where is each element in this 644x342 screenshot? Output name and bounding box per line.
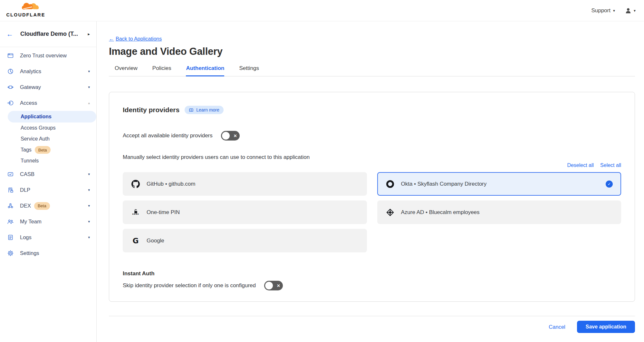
main-content: ← Back to Applications Image and Video G… (97, 21, 644, 342)
tab-policies[interactable]: Policies (152, 65, 171, 76)
tab-bar: Overview Policies Authentication Setting… (109, 65, 635, 76)
sidebar-item-service-auth[interactable]: Service Auth (0, 133, 96, 144)
beta-badge: Beta (35, 146, 51, 154)
chevron-up-icon[interactable]: ▴ (88, 101, 90, 105)
provider-name: One-time PIN (147, 209, 180, 216)
provider-name: Google (147, 238, 164, 244)
chevron-down-icon[interactable]: ▾ (88, 85, 90, 89)
sidebar-item-my-team[interactable]: My Team ▾ (0, 214, 96, 230)
sidebar-item-analytics[interactable]: Analytics ▾ (0, 64, 96, 79)
one-time-pin-icon: **** (131, 209, 140, 216)
otp-asterisks: **** (132, 214, 139, 216)
tab-settings[interactable]: Settings (239, 65, 259, 76)
page-title: Image and Video Gallery (109, 46, 635, 57)
sidebar-item-settings[interactable]: Settings (0, 245, 96, 261)
google-icon: G (131, 237, 140, 245)
chevron-down-icon[interactable]: ▾ (88, 220, 90, 224)
sidebar-item-label: My Team (20, 219, 42, 225)
azure-ad-icon (386, 208, 395, 217)
sidebar-item-tunnels[interactable]: Tunnels (0, 155, 96, 166)
chevron-down-icon[interactable]: ▾ (88, 235, 90, 239)
chevron-down-icon[interactable]: ▾ (88, 172, 90, 176)
instant-auth-label: Skip identity provider selection if only… (123, 282, 256, 289)
accept-all-toggle[interactable]: ✕ (221, 131, 240, 141)
sidebar-item-label: Settings (20, 250, 39, 256)
instant-auth-toggle[interactable]: ✕ (264, 281, 283, 290)
topbar: CLOUDFLARE Support ▾ ▾ (0, 0, 644, 21)
user-icon (625, 7, 632, 14)
provider-card-github[interactable]: GitHub • github.com (123, 172, 367, 196)
okta-icon (386, 180, 395, 188)
sidebar-subitem-label: Tunnels (21, 158, 39, 164)
overview-icon (7, 52, 14, 59)
provider-grid: GitHub • github.com Okta • Skyflash Comp… (123, 172, 621, 252)
chevron-down-icon[interactable]: ▾ (88, 69, 90, 73)
save-application-button[interactable]: Save application (577, 321, 635, 333)
provider-card-okta[interactable]: Okta • Skyflash Company Directory ✓ (377, 172, 621, 196)
sidebar-item-access[interactable]: Access ▴ (0, 95, 96, 111)
deselect-all-link[interactable]: Deselect all (567, 162, 594, 168)
tab-authentication[interactable]: Authentication (186, 65, 224, 76)
gateway-icon (7, 84, 14, 91)
sidebar-item-applications[interactable]: Applications (8, 111, 96, 122)
logs-icon (7, 234, 14, 241)
tab-overview[interactable]: Overview (115, 65, 138, 76)
identity-providers-heading: Identity providers (123, 106, 179, 114)
accept-all-label: Accept all available identity providers (123, 132, 213, 139)
cancel-button[interactable]: Cancel (549, 324, 565, 330)
dex-icon (7, 202, 14, 210)
sidebar-item-access-groups[interactable]: Access Groups (0, 122, 96, 133)
sidebar-item-dlp[interactable]: DLP ▾ (0, 182, 96, 198)
back-to-applications-link[interactable]: ← Back to Applications (109, 36, 162, 42)
expand-caret-icon[interactable]: ▸ (88, 32, 90, 36)
sidebar-item-casb[interactable]: CASB ▾ (0, 166, 96, 182)
selected-check-icon: ✓ (606, 181, 613, 188)
brand-wordmark: CLOUDFLARE (6, 12, 45, 17)
casb-icon (7, 171, 14, 178)
chevron-down-icon: ▾ (613, 9, 615, 13)
sidebar-item-dex[interactable]: DEX Beta ▾ (0, 198, 96, 214)
chevron-down-icon[interactable]: ▾ (88, 188, 90, 192)
learn-more-badge[interactable]: Learn more (185, 106, 224, 114)
access-icon (7, 100, 14, 107)
gear-icon (7, 250, 14, 257)
instant-auth-heading: Instant Auth (123, 270, 621, 277)
provider-card-azure-ad[interactable]: Azure AD • Bluecalm employees (377, 200, 621, 224)
beta-badge: Beta (34, 202, 50, 210)
provider-name: GitHub • github.com (147, 181, 195, 187)
support-menu[interactable]: Support ▾ (591, 7, 615, 14)
chevron-down-icon: ▾ (634, 9, 636, 13)
cloudflare-logo[interactable]: CLOUDFLARE (5, 1, 46, 17)
sidebar-item-label: Analytics (20, 68, 41, 74)
sidebar-item-logs[interactable]: Logs ▾ (0, 230, 96, 245)
toggle-knob (222, 132, 230, 140)
sidebar-item-tags[interactable]: Tags Beta (0, 144, 96, 155)
sidebar-item-label: Zero Trust overview (20, 53, 67, 59)
sidebar-item-label: DEX (20, 203, 31, 209)
sidebar-nav: Zero Trust overview Analytics ▾ Gateway … (0, 47, 96, 261)
identity-providers-card: Identity providers Learn more Accept all… (109, 92, 635, 302)
sidebar-subitem-label: Service Auth (21, 136, 50, 142)
chevron-down-icon[interactable]: ▾ (88, 204, 90, 208)
provider-card-one-time-pin[interactable]: **** One-time PIN (123, 200, 367, 224)
manual-select-label: Manually select identity providers users… (123, 154, 621, 161)
back-arrow-icon[interactable]: ← (6, 30, 13, 38)
back-link-label: Back to Applications (116, 36, 162, 42)
analytics-icon (7, 68, 14, 75)
sidebar-subitem-label: Access Groups (21, 125, 55, 131)
sidebar-item-gateway[interactable]: Gateway ▾ (0, 79, 96, 95)
toggle-off-x-icon: ✕ (234, 133, 237, 138)
team-icon (7, 218, 14, 225)
provider-name: Azure AD • Bluecalm employees (401, 209, 480, 216)
provider-name: Okta • Skyflash Company Directory (401, 181, 487, 187)
sidebar-item-label: Gateway (20, 84, 41, 90)
sidebar-item-zero-trust-overview[interactable]: Zero Trust overview (0, 48, 96, 64)
sidebar-item-label: CASB (20, 171, 34, 177)
provider-card-google[interactable]: G Google (123, 229, 367, 252)
toggle-off-x-icon: ✕ (277, 283, 280, 288)
user-account-menu[interactable]: ▾ (625, 7, 636, 14)
learn-more-label: Learn more (196, 107, 219, 112)
support-label: Support (591, 7, 610, 14)
select-all-link[interactable]: Select all (600, 162, 621, 168)
book-icon (189, 108, 194, 112)
